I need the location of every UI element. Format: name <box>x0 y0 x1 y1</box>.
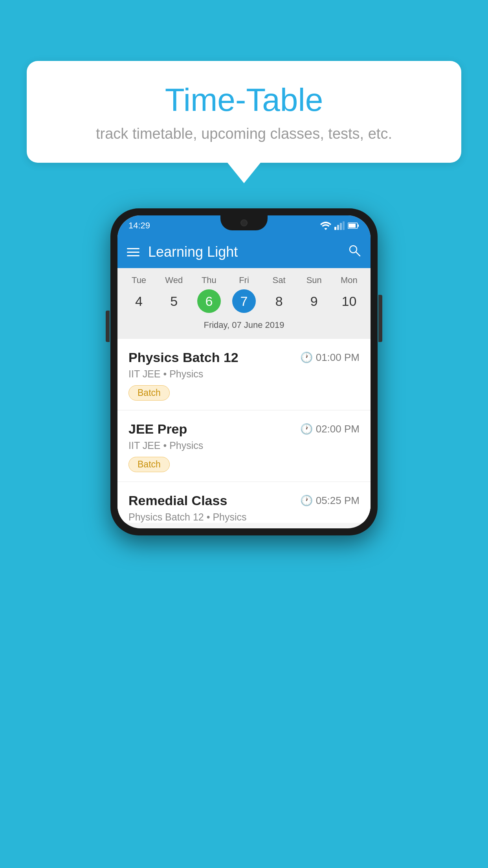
day-number: 4 <box>127 289 151 313</box>
phone-outer: 14:29 <box>110 208 378 535</box>
schedule-item-time: 🕐 01:00 PM <box>300 351 360 364</box>
clock-icon: 🕐 <box>300 495 313 507</box>
day-label: Tue <box>132 275 146 285</box>
wifi-icon <box>320 221 331 230</box>
day-label: Sat <box>273 275 286 285</box>
day-label: Sun <box>306 275 322 285</box>
schedule-item-name: Remedial Class <box>128 493 227 508</box>
schedule-item-subtitle: IIT JEE • Physics <box>128 368 360 380</box>
day-number: 9 <box>302 289 326 313</box>
bubble-tail <box>227 163 261 183</box>
battery-icon <box>348 222 360 229</box>
schedule-item-header: Remedial Class🕐 05:25 PM <box>128 493 360 508</box>
schedule-item-name: Physics Batch 12 <box>128 350 238 365</box>
day-label: Fri <box>239 275 249 285</box>
speech-bubble: Time-Table track timetable, upcoming cla… <box>27 61 461 163</box>
day-number: 10 <box>337 289 361 313</box>
batch-badge: Batch <box>128 457 170 472</box>
schedule-item-subtitle: IIT JEE • Physics <box>128 440 360 451</box>
days-row: Tue4Wed5Thu6Fri7Sat8Sun9Mon10 <box>121 275 367 313</box>
clock-icon: 🕐 <box>300 423 313 435</box>
status-bar: 14:29 <box>117 215 371 236</box>
schedule-item[interactable]: Remedial Class🕐 05:25 PMPhysics Batch 12… <box>117 482 371 523</box>
svg-rect-3 <box>343 221 345 230</box>
search-button[interactable] <box>348 244 361 260</box>
bubble-title: Time-Table <box>50 81 438 118</box>
day-number: 6 <box>197 289 221 313</box>
app-title: Learning Light <box>148 244 238 260</box>
calendar-day-7[interactable]: Fri7 <box>228 275 260 313</box>
calendar-day-8[interactable]: Sat8 <box>263 275 295 313</box>
svg-rect-0 <box>334 227 336 230</box>
app-header: Learning Light <box>117 236 371 268</box>
svg-rect-5 <box>358 224 359 227</box>
schedule-item-header: Physics Batch 12🕐 01:00 PM <box>128 350 360 365</box>
phone-screen: 14:29 <box>117 215 371 528</box>
calendar-day-6[interactable]: Thu6 <box>193 275 225 313</box>
calendar-day-9[interactable]: Sun9 <box>298 275 330 313</box>
schedule-list: Physics Batch 12🕐 01:00 PMIIT JEE • Phys… <box>117 339 371 523</box>
status-time: 14:29 <box>128 221 150 231</box>
calendar-day-5[interactable]: Wed5 <box>158 275 190 313</box>
batch-badge: Batch <box>128 385 170 401</box>
selected-date-label: Friday, 07 June 2019 <box>121 317 367 336</box>
schedule-item-name: JEE Prep <box>128 421 187 437</box>
day-number: 5 <box>162 289 186 313</box>
schedule-item[interactable]: Physics Batch 12🕐 01:00 PMIIT JEE • Phys… <box>117 339 371 410</box>
speech-bubble-section: Time-Table track timetable, upcoming cla… <box>27 61 461 183</box>
hamburger-menu-button[interactable] <box>127 248 139 256</box>
calendar-strip: Tue4Wed5Thu6Fri7Sat8Sun9Mon10 Friday, 07… <box>117 268 371 339</box>
signal-icon <box>334 221 345 230</box>
notch-cutout <box>220 215 268 230</box>
svg-line-8 <box>356 252 360 256</box>
day-number: 7 <box>232 289 256 313</box>
bubble-subtitle: track timetable, upcoming classes, tests… <box>50 125 438 142</box>
day-label: Wed <box>165 275 183 285</box>
calendar-day-10[interactable]: Mon10 <box>333 275 365 313</box>
svg-rect-2 <box>340 223 342 230</box>
phone-mockup: 14:29 <box>110 208 378 535</box>
schedule-item[interactable]: JEE Prep🕐 02:00 PMIIT JEE • PhysicsBatch <box>117 410 371 482</box>
day-number: 8 <box>267 289 291 313</box>
day-label: Mon <box>341 275 358 285</box>
status-icons <box>320 221 360 230</box>
header-left: Learning Light <box>127 244 238 260</box>
schedule-item-subtitle: Physics Batch 12 • Physics <box>128 511 360 523</box>
svg-rect-1 <box>337 225 339 230</box>
clock-icon: 🕐 <box>300 351 313 364</box>
camera-dot <box>240 219 248 226</box>
schedule-item-time: 🕐 02:00 PM <box>300 423 360 435</box>
svg-rect-6 <box>349 224 356 228</box>
calendar-day-4[interactable]: Tue4 <box>123 275 155 313</box>
schedule-item-header: JEE Prep🕐 02:00 PM <box>128 421 360 437</box>
day-label: Thu <box>202 275 216 285</box>
schedule-item-time: 🕐 05:25 PM <box>300 495 360 507</box>
